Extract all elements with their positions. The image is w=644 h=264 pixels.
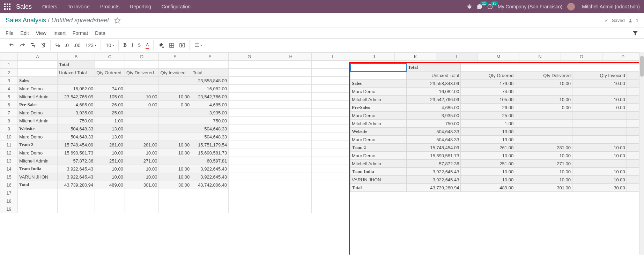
pivot2-cell[interactable]: 10.00 [572,80,627,88]
row-header[interactable]: 18 [0,197,18,205]
text-color-button[interactable]: A [144,41,150,50]
col-header[interactable]: H [270,53,312,61]
active-cell[interactable] [350,63,407,71]
pivot2-cell[interactable]: 10.00 [572,96,627,104]
nav-orders[interactable]: Orders [42,4,57,9]
pivot2-cell[interactable]: 10.00 [515,176,572,184]
company-selector[interactable]: My Company (San Francisco) [498,4,562,9]
pivot-cell[interactable] [95,77,125,85]
pivot2-cell[interactable]: 3,935.00 [406,112,461,120]
pivot2-cell[interactable]: 504,648.33 [406,128,461,136]
pivot-cell[interactable]: 60,597.81 [191,157,229,165]
pivot2-cell[interactable] [515,88,572,96]
pivot2-cell[interactable] [572,136,627,144]
pivot-cell[interactable]: 23,542,766.09 [191,93,229,101]
pivot-cell[interactable]: 10.00 [95,165,125,173]
pivot-cell[interactable]: 23,542,766.09 [58,93,95,101]
clear-format-icon[interactable] [39,41,47,50]
row-header[interactable]: 3 [0,77,18,85]
pivot-cell[interactable]: 281.00 [125,141,159,149]
pivot2-cell[interactable] [572,112,627,120]
pivot2-cell[interactable]: 10.00 [515,96,572,104]
pivot2-cell[interactable]: 10.00 [515,80,572,88]
percent-format[interactable]: % [54,41,61,50]
pivot-cell[interactable]: 489.00 [95,181,125,189]
menu-view[interactable]: View [36,30,46,36]
avatar[interactable] [567,3,575,10]
bold-button[interactable]: B [122,41,128,50]
row-header[interactable]: 5 [0,93,18,101]
pivot2-cell[interactable]: 251.00 [461,160,515,168]
pivot2-cell[interactable]: 74.00 [461,88,515,96]
col-header[interactable]: K [395,53,436,61]
font-size-dropdown[interactable]: 10 [104,41,116,50]
pivot-cell[interactable]: 25.00 [95,109,125,117]
col-header[interactable]: C [95,53,125,61]
pivot-cell[interactable]: 4,685.00 [191,101,229,109]
pivot-cell[interactable]: 750.00 [58,117,95,125]
pivot-cell[interactable]: 750.00 [191,117,229,125]
paint-format-icon[interactable] [29,41,37,50]
pivot-cell[interactable]: 16,082.00 [191,85,229,93]
pivot-cell[interactable]: 504,648.33 [191,125,229,133]
col-header[interactable]: D [125,53,159,61]
pivot-cell[interactable]: 0.00 [159,101,191,109]
align-dropdown[interactable] [193,42,203,49]
pivot2-cell[interactable]: 23,558,848.09 [406,80,461,88]
undo-icon[interactable] [8,41,16,50]
pivot-cell[interactable]: 10.00 [125,173,159,181]
pivot2-cell[interactable]: 261.00 [461,144,515,152]
row-header[interactable]: 19 [0,205,18,213]
strikethrough-button[interactable]: S [137,41,142,50]
row-header[interactable]: 16 [0,181,18,189]
pivot2-cell[interactable]: 15,748,454.09 [406,144,461,152]
pivot-cell[interactable]: 3,935.00 [58,109,95,117]
pivot-cell[interactable]: 10.00 [159,165,191,173]
col-header[interactable]: J [353,53,395,61]
pivot-cell[interactable]: 23,558,848.09 [191,77,229,85]
pivot-cell[interactable]: 10.00 [125,93,159,101]
pivot-cell[interactable]: 504,648.33 [58,125,95,133]
pivot-cell[interactable] [58,77,95,85]
pivot-cell[interactable]: 10.00 [159,173,191,181]
pivot2-cell[interactable]: 10.00 [572,176,627,184]
vertical-scrollbar[interactable] [639,52,644,255]
row-header[interactable]: 11 [0,141,18,149]
pivot-cell[interactable]: 10.00 [159,93,191,101]
pivot-cell[interactable]: 504,648.33 [58,133,95,141]
pivot-cell[interactable]: 3,922,645.43 [58,165,95,173]
pivot2-cell[interactable]: 0.00 [572,104,627,112]
pivot-cell[interactable] [125,109,159,117]
pivot2-cell[interactable]: 105.00 [461,96,515,104]
pivot2-cell[interactable]: 489.00 [461,184,515,192]
menu-insert[interactable]: Insert [53,30,66,36]
bug-icon[interactable] [467,4,472,9]
pivot-cell[interactable] [159,109,191,117]
row-header[interactable]: 14 [0,165,18,173]
activities-icon[interactable]: 25 [487,4,493,9]
pivot2-cell[interactable]: 179.00 [461,80,515,88]
pivot-cell[interactable]: 0.00 [125,101,159,109]
pivot-cell[interactable] [159,77,191,85]
pivot-cell[interactable]: 3,922,645.43 [191,165,229,173]
pivot-cell[interactable]: 30.00 [159,181,191,189]
pivot-cell[interactable]: 10.00 [159,141,191,149]
menu-file[interactable]: File [6,30,14,36]
italic-button[interactable]: I [130,41,135,50]
nav-reporting[interactable]: Reporting [130,4,151,9]
col-header[interactable]: O [561,53,602,61]
pivot2-cell[interactable]: 10.00 [515,152,572,160]
col-header[interactable] [0,53,18,61]
pivot2-cell[interactable]: 271.00 [515,160,572,168]
pivot-cell[interactable]: 15,751,179.54 [191,141,229,149]
row-header[interactable]: 15 [0,173,18,181]
col-header[interactable]: B [58,53,95,61]
redo-icon[interactable] [18,41,27,50]
col-header[interactable]: I [312,53,353,61]
menu-format[interactable]: Format [73,30,88,36]
pivot-cell[interactable] [125,125,159,133]
pivot-cell[interactable] [125,85,159,93]
pivot2-cell[interactable] [572,128,627,136]
row-header[interactable]: 10 [0,133,18,141]
pivot-cell[interactable] [159,85,191,93]
